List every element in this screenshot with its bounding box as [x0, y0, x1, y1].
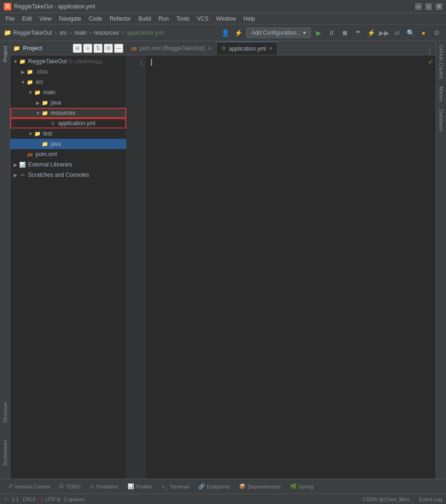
breadcrumb-resources[interactable]: resources	[94, 30, 119, 36]
menu-build[interactable]: Build	[135, 15, 155, 23]
root-path: D:\JAVA\Reggi...	[69, 59, 107, 64]
bottom-tab-spring[interactable]: 🌿 Spring	[287, 482, 317, 491]
maximize-button[interactable]: □	[425, 3, 432, 10]
vcs-icon-button[interactable]: ⚡	[233, 27, 244, 38]
project-list-icon[interactable]: ≡	[83, 44, 92, 53]
right-tab-database[interactable]: Database	[438, 105, 445, 135]
tree-item-application-yml[interactable]: ▶ ⚙ application.yml	[10, 118, 126, 128]
tree-item-test-java[interactable]: ▶ 📁 java	[10, 139, 126, 149]
add-configuration-button[interactable]: Add Configuration... ▾	[246, 28, 311, 38]
tab-pom-close[interactable]: ✕	[208, 46, 212, 51]
tab-pom-label: pom.xml (ReggieTakeOut)	[140, 45, 205, 52]
close-button[interactable]: ✕	[436, 3, 442, 10]
menu-refactor[interactable]: Refactor	[106, 15, 135, 23]
tab-pom[interactable]: m pom.xml (ReggieTakeOut) ✕	[127, 42, 217, 55]
tree-item-scratches[interactable]: ▶ ✏ Scratches and Consoles	[10, 170, 126, 180]
tree-item-root[interactable]: ▼ 📁 ReggieTakeOut D:\JAVA\Reggi...	[10, 56, 126, 67]
tree-item-resources[interactable]: ▼ 📁 resources	[10, 108, 126, 118]
sidebar-tab-project[interactable]: Project	[1, 43, 9, 65]
status-cursor-pos[interactable]: 1:1	[12, 496, 19, 502]
ext-lib-label: External Libraries	[28, 161, 72, 168]
status-checkmark: ✓	[4, 496, 8, 502]
debug-button[interactable]: ⏸	[326, 27, 337, 38]
project-settings-icon[interactable]: ⚙	[104, 44, 113, 53]
structure-tab[interactable]: Structure	[1, 398, 9, 427]
project-panel-title: Project	[23, 45, 42, 52]
test-folder-icon: 📁	[34, 130, 41, 137]
editor-area: m pom.xml (ReggieTakeOut) ✕ ⚙ applicatio…	[127, 41, 436, 479]
translate-button[interactable]: ⇄	[392, 27, 403, 38]
line-endings: CRLF	[23, 496, 36, 502]
run-button[interactable]: ▶	[313, 27, 324, 38]
bottom-tab-todo[interactable]: ☑ TODO	[55, 482, 84, 491]
main-layout: Project 📁 Project ⊕ ≡ ⇅ ⚙ — ▼ 📁 ReggieTa…	[0, 41, 446, 479]
menu-code[interactable]: Code	[85, 15, 106, 23]
bottom-tab-profiler[interactable]: 📊 Profiler	[124, 482, 156, 491]
settings-button[interactable]: ⚙	[431, 27, 442, 38]
bottom-tab-dependencies[interactable]: 📦 Dependencies	[235, 482, 284, 491]
status-line-endings[interactable]: CRLF	[23, 496, 36, 502]
bottom-tab-version-control[interactable]: ⎇ Version Control	[3, 482, 53, 491]
version-control-icon: ⎇	[7, 483, 13, 489]
status-encoding[interactable]: ⚠ UTF-8	[40, 496, 60, 502]
bottom-tab-terminal[interactable]: >_ Terminal	[158, 482, 193, 491]
coverage-button[interactable]: ☂	[352, 27, 363, 38]
root-label: ReggieTakeOut	[28, 58, 67, 65]
editor-content[interactable]: 1	[127, 55, 436, 479]
menu-tools[interactable]: Tools	[173, 15, 193, 23]
minimize-button[interactable]: —	[415, 3, 422, 10]
bottom-tab-endpoints[interactable]: 🔗 Endpoints	[195, 482, 234, 491]
breadcrumb-main[interactable]: main	[75, 30, 87, 36]
src-arrow: ▼	[20, 79, 26, 85]
search-button[interactable]: 🔍	[405, 27, 416, 38]
right-tab-maven[interactable]: Maven	[438, 83, 445, 105]
profile-button[interactable]: ⚡	[365, 27, 377, 38]
more-run-button[interactable]: ▶▶	[378, 27, 390, 38]
project-add-icon[interactable]: ⊕	[73, 44, 82, 53]
profiler-label: Profiler	[136, 484, 152, 489]
tab-yml-close[interactable]: ✕	[269, 46, 272, 51]
breadcrumb-project[interactable]: ReggieTakeOut	[13, 30, 52, 36]
tree-item-java[interactable]: ▶ 📁 java	[10, 98, 126, 108]
tab-yml[interactable]: ⚙ application.yml ✕	[217, 42, 278, 55]
stop-button[interactable]: ⏹	[339, 27, 350, 38]
status-indent[interactable]: 2 spaces	[64, 496, 84, 502]
tree-item-main[interactable]: ▼ 📁 main	[10, 87, 126, 98]
menu-run[interactable]: Run	[155, 15, 173, 23]
terminal-label: Terminal	[170, 484, 189, 489]
tree-item-test[interactable]: ▼ 📁 test	[10, 128, 126, 139]
bottom-tab-problems[interactable]: ⚠ Problems	[86, 482, 122, 491]
ext-lib-arrow: ▶	[12, 161, 19, 168]
menu-vcs[interactable]: VCS	[193, 15, 212, 23]
project-collapse-icon[interactable]: —	[114, 44, 123, 53]
menu-navigate[interactable]: Navigate	[55, 15, 85, 23]
line-numbers: 1	[127, 55, 145, 479]
src-label: src	[36, 79, 43, 85]
event-log-label[interactable]: Event Log	[419, 496, 442, 502]
tabs-more-button[interactable]: ⋮	[423, 47, 436, 55]
window-controls: — □ ✕	[415, 3, 442, 10]
tree-item-external-libraries[interactable]: ▶ 📊 External Libraries	[10, 159, 126, 170]
copilot-button[interactable]: ●	[418, 27, 429, 38]
breadcrumb-file[interactable]: application.yml	[126, 30, 163, 36]
root-arrow: ▼	[12, 58, 19, 65]
bookmarks-tab[interactable]: Bookmarks	[1, 436, 9, 469]
tree-item-pom[interactable]: ▶ m pom.xml	[10, 149, 126, 159]
tree-item-idea[interactable]: ▶ 📁 .idea	[10, 67, 126, 77]
project-sort-icon[interactable]: ⇅	[93, 44, 103, 53]
right-tab-github-copilot[interactable]: GitHub Copilot	[438, 41, 445, 83]
tree-item-src[interactable]: ▼ 📁 src	[10, 77, 126, 87]
menu-edit[interactable]: Edit	[18, 15, 36, 23]
dependencies-icon: 📦	[239, 483, 246, 489]
test-arrow: ▼	[27, 130, 34, 137]
menu-help[interactable]: Help	[240, 15, 259, 23]
code-editor[interactable]	[145, 55, 436, 479]
menu-view[interactable]: View	[36, 15, 55, 23]
project-header: 📁 Project ⊕ ≡ ⇅ ⚙ —	[10, 41, 126, 55]
menu-file[interactable]: File	[2, 15, 18, 23]
user-icon-button[interactable]: 👤	[220, 27, 231, 38]
app-icon: R	[4, 3, 11, 10]
menu-window[interactable]: Window	[212, 15, 240, 23]
idea-folder-icon: 📁	[26, 68, 34, 75]
breadcrumb-src[interactable]: src	[60, 30, 67, 36]
